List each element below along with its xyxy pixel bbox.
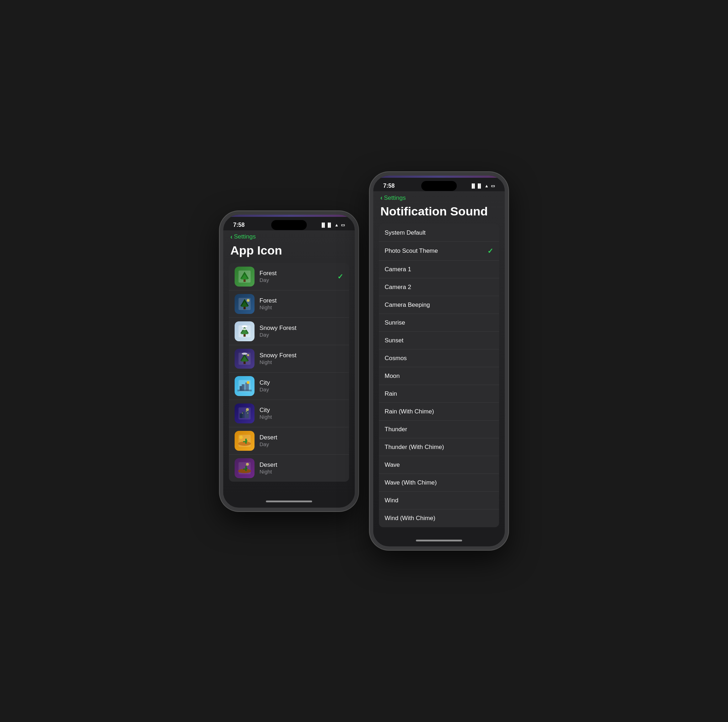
sound-rain[interactable]: Rain	[379, 385, 499, 403]
item-text-forest-day: Forest Day	[260, 270, 337, 283]
svg-rect-3	[243, 279, 246, 282]
item-subtitle-forest-night: Night	[260, 304, 343, 311]
sound-list: System Default Photo Scout Theme ✓ Camer…	[373, 224, 505, 534]
item-subtitle-city-night: Night	[260, 414, 343, 420]
icon-desert-day	[235, 431, 254, 451]
sound-sunrise[interactable]: Sunrise	[379, 314, 499, 332]
list-item-snowy-forest-day[interactable]: Snowy Forest Day	[229, 318, 349, 345]
sound-label-thunder-with-chime: Thunder (With Chime)	[385, 444, 493, 451]
sound-label-system-default: System Default	[385, 229, 493, 236]
item-title-forest-night: Forest	[260, 297, 343, 304]
sound-label-wave: Wave	[385, 462, 493, 468]
sound-wave-with-chime[interactable]: Wave (With Chime)	[379, 474, 499, 492]
sound-label-wind: Wind	[385, 497, 493, 504]
svg-rect-39	[243, 441, 245, 442]
item-text-city-night: City Night	[260, 407, 343, 420]
svg-rect-33	[246, 411, 247, 411]
sound-label-photo-scout-theme: Photo Scout Theme	[385, 248, 487, 254]
home-bar-1	[266, 500, 312, 502]
sound-camera-2[interactable]: Camera 2	[379, 278, 499, 296]
svg-rect-44	[245, 468, 248, 469]
sound-system-default[interactable]: System Default	[379, 224, 499, 242]
item-subtitle-snowy-forest-day: Day	[260, 332, 343, 338]
phone-1: 7:58 ▐▌▐▌ ▲ ▭ ‹ Settings App Icon	[220, 211, 358, 511]
item-title-city-night: City	[260, 407, 343, 414]
sound-thunder[interactable]: Thunder	[379, 421, 499, 438]
svg-rect-7	[243, 307, 246, 309]
sound-thunder-with-chime[interactable]: Thunder (With Chime)	[379, 438, 499, 456]
icon-desert-night	[235, 458, 254, 478]
back-chevron-2: ‹	[380, 194, 382, 202]
sound-photo-scout-theme[interactable]: Photo Scout Theme ✓	[379, 242, 499, 260]
time-2: 7:58	[383, 183, 395, 189]
status-icons-2: ▐▌▐▌ ▲ ▭	[470, 184, 495, 188]
sound-label-moon: Moon	[385, 373, 493, 380]
svg-rect-26	[237, 390, 252, 392]
sound-rain-with-chime[interactable]: Rain (With Chime)	[379, 403, 499, 421]
status-bar-2: 7:58 ▐▌▐▌ ▲ ▭	[373, 178, 505, 191]
phone-2: 7:58 ▐▌▐▌ ▲ ▭ ‹ Settings Notification So…	[370, 172, 508, 550]
svg-point-46	[246, 463, 249, 466]
wifi-icon: ▲	[335, 223, 339, 228]
item-text-desert-day: Desert Day	[260, 434, 343, 447]
sound-moon[interactable]: Moon	[379, 367, 499, 385]
sound-label-sunrise: Sunrise	[385, 319, 493, 326]
icon-forest-day	[235, 267, 254, 286]
sound-camera-beeping[interactable]: Camera Beeping	[379, 296, 499, 314]
svg-rect-38	[245, 441, 248, 442]
icon-forest-night	[235, 294, 254, 314]
sound-label-cosmos: Cosmos	[385, 355, 493, 362]
item-title-snowy-forest-day: Snowy Forest	[260, 324, 343, 332]
back-button-1[interactable]: ‹ Settings	[230, 233, 348, 241]
svg-point-13	[242, 325, 248, 327]
item-text-snowy-forest-night: Snowy Forest Night	[260, 352, 343, 365]
sound-wind[interactable]: Wind	[379, 492, 499, 509]
icon-snowy-forest-day	[235, 321, 254, 341]
home-indicator-2	[373, 534, 505, 546]
list-item-forest-day[interactable]: Forest Day ✓	[229, 263, 349, 291]
back-label-1: Settings	[234, 233, 255, 240]
item-title-desert-night: Desert	[260, 462, 343, 468]
battery-icon-2: ▭	[491, 184, 495, 188]
icon-city-day	[235, 376, 254, 396]
sound-sunset[interactable]: Sunset	[379, 332, 499, 349]
sound-label-sunset: Sunset	[385, 337, 493, 344]
list-item-desert-night[interactable]: Desert Night	[229, 455, 349, 482]
list-item-snowy-forest-night[interactable]: Snowy Forest Night	[229, 345, 349, 373]
svg-rect-30	[240, 413, 242, 418]
back-button-2[interactable]: ‹ Settings	[380, 194, 498, 202]
svg-point-8	[247, 299, 249, 302]
signal-icon-2: ▐▌▐▌	[470, 184, 482, 188]
page-title-2: Notification Sound	[373, 203, 505, 224]
time-1: 7:58	[233, 222, 245, 228]
list-item-city-day[interactable]: City Day	[229, 373, 349, 400]
sound-label-camera-beeping: Camera Beeping	[385, 301, 493, 309]
page-title-1: App Icon	[223, 242, 355, 263]
sound-wind-with-chime[interactable]: Wind (With Chime)	[379, 509, 499, 527]
sound-camera-1[interactable]: Camera 1	[379, 260, 499, 278]
svg-point-19	[242, 353, 248, 355]
svg-rect-34	[248, 413, 248, 413]
sound-group: System Default Photo Scout Theme ✓ Camer…	[379, 224, 499, 527]
signal-icon: ▐▌▐▌	[320, 223, 332, 228]
app-icon-group: Forest Day ✓	[229, 263, 349, 482]
list-item-forest-night[interactable]: Forest Night	[229, 291, 349, 318]
sound-wave[interactable]: Wave	[379, 456, 499, 474]
svg-rect-32	[242, 413, 243, 413]
sound-label-camera-2: Camera 2	[385, 284, 493, 291]
status-icons-1: ▐▌▐▌ ▲ ▭	[320, 223, 345, 228]
svg-point-40	[239, 436, 243, 439]
back-chevron-1: ‹	[230, 233, 232, 241]
sound-cosmos[interactable]: Cosmos	[379, 349, 499, 367]
item-text-desert-night: Desert Night	[260, 462, 343, 474]
svg-point-25	[247, 381, 249, 384]
list-item-city-night[interactable]: City Night	[229, 400, 349, 427]
svg-rect-18	[243, 361, 246, 364]
svg-rect-29	[245, 410, 249, 418]
list-item-desert-day[interactable]: Desert Day	[229, 427, 349, 455]
home-bar-2	[416, 540, 462, 542]
sound-label-wave-with-chime: Wave (With Chime)	[385, 479, 493, 486]
sound-label-rain: Rain	[385, 390, 493, 398]
app-icon-list: Forest Day ✓	[223, 263, 355, 496]
check-forest-day: ✓	[337, 272, 343, 281]
